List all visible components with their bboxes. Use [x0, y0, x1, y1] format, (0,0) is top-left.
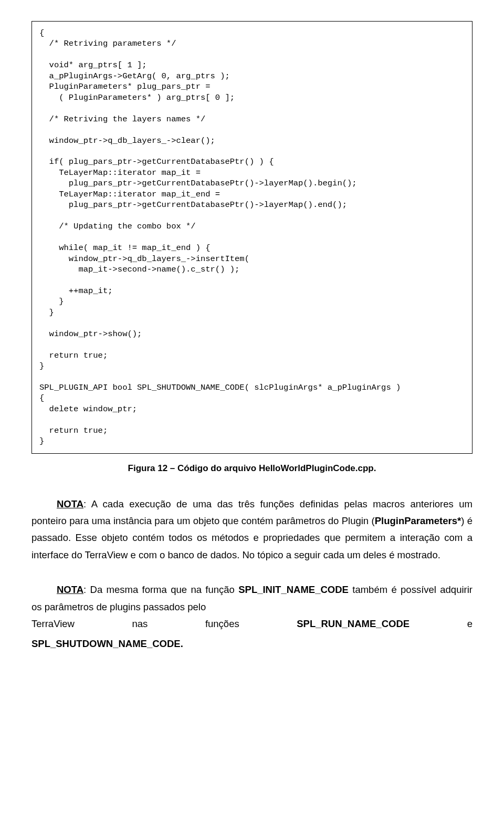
- text-span: : Da mesma forma que na função: [83, 584, 238, 595]
- code-block: { /* Retriving parameters */ void* arg_p…: [32, 21, 472, 454]
- bold-term: SPL_SHUTDOWN_NAME_CODE.: [32, 635, 472, 652]
- word: TerraView: [32, 616, 75, 632]
- figure-caption: Figura 12 – Código do arquivo HelloWorld…: [32, 463, 472, 474]
- justified-line: TerraView nas funções SPL_RUN_NAME_CODE …: [32, 616, 472, 632]
- word: nas: [132, 616, 148, 632]
- bold-term: PluginParameters*: [375, 515, 461, 526]
- word: funções: [205, 616, 239, 632]
- bold-term: SPL_RUN_NAME_CODE: [297, 616, 410, 632]
- note-paragraph-1: NOTA: A cada execução de uma das três fu…: [32, 496, 472, 564]
- note-label: NOTA: [57, 498, 83, 509]
- word: e: [467, 616, 472, 632]
- note-label: NOTA: [57, 584, 83, 595]
- note-paragraph-2: NOTA: Da mesma forma que na função SPL_I…: [32, 581, 472, 616]
- bold-term: SPL_INIT_NAME_CODE: [238, 584, 349, 595]
